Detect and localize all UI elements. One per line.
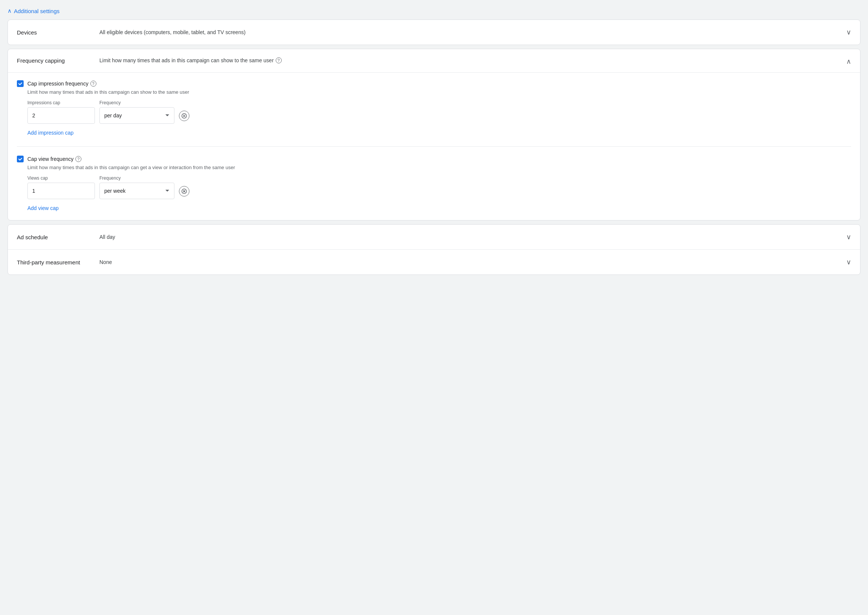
impression-checkbox-label: Cap impression frequency ?: [27, 81, 97, 87]
view-remove-button[interactable]: [179, 186, 189, 197]
ad-schedule-chevron-icon: ∨: [846, 233, 851, 241]
freq-capping-label: Frequency capping: [17, 58, 99, 64]
freq-card-header[interactable]: Frequency capping Limit how many times t…: [8, 49, 860, 73]
view-frequency-field-group: Frequency per day per week per month: [99, 175, 175, 199]
frequency-capping-card: Frequency capping Limit how many times t…: [8, 49, 860, 220]
freq-capping-description: Limit how many times that ads in this ca…: [99, 58, 274, 63]
devices-value: All eligible devices (computers, mobile,…: [99, 29, 846, 35]
additional-settings-toggle[interactable]: ∧ Additional settings: [8, 8, 860, 14]
views-cap-input[interactable]: [27, 183, 95, 199]
view-sub-desc: Limit how many times that ads in this ca…: [27, 165, 851, 170]
add-view-cap-link[interactable]: Add view cap: [27, 205, 59, 211]
impression-remove-button[interactable]: [179, 111, 189, 121]
ad-schedule-label: Ad schedule: [17, 234, 99, 240]
impression-checkbox-row: Cap impression frequency ?: [17, 80, 851, 87]
impression-sub-desc: Limit how many times that ads in this ca…: [27, 89, 851, 95]
ad-schedule-row[interactable]: Ad schedule All day ∨: [8, 225, 860, 250]
impression-checkbox[interactable]: [17, 80, 23, 87]
impression-frequency-select[interactable]: per day per week per month: [99, 107, 175, 124]
ad-schedule-value: All day: [99, 234, 846, 240]
views-cap-label: Views cap: [27, 175, 95, 181]
freq-divider: [17, 146, 851, 147]
view-checkbox-label: Cap view frequency ?: [27, 156, 81, 162]
impressions-cap-label: Impressions cap: [27, 100, 95, 105]
impression-freq-help-icon[interactable]: ?: [91, 81, 97, 87]
third-party-label: Third-party measurement: [17, 259, 99, 265]
devices-chevron-icon: ∨: [846, 28, 851, 36]
impressions-cap-field-group: Impressions cap: [27, 100, 95, 124]
devices-row[interactable]: Devices All eligible devices (computers,…: [8, 20, 860, 45]
third-party-chevron-icon: ∨: [846, 258, 851, 266]
view-frequency-select[interactable]: per day per week per month: [99, 183, 175, 199]
devices-label: Devices: [17, 29, 99, 36]
view-freq-help-icon[interactable]: ?: [75, 156, 81, 162]
third-party-value: None: [99, 259, 846, 265]
impression-frequency-field-group: Frequency per day per week per month: [99, 100, 175, 124]
impressions-cap-input[interactable]: [27, 107, 95, 124]
freq-capping-chevron-icon: ∧: [846, 58, 851, 66]
freq-body: Cap impression frequency ? Limit how man…: [8, 73, 860, 220]
third-party-row[interactable]: Third-party measurement None ∨: [8, 250, 860, 275]
devices-card: Devices All eligible devices (computers,…: [8, 19, 860, 45]
ad-schedule-card: Ad schedule All day ∨ Third-party measur…: [8, 224, 860, 275]
freq-capping-desc-group: Limit how many times that ads in this ca…: [99, 58, 846, 63]
impression-frequency-label: Frequency: [99, 100, 175, 105]
view-frequency-label: Frequency: [99, 175, 175, 181]
chevron-up-icon: ∧: [8, 8, 12, 14]
freq-capping-help-icon[interactable]: ?: [276, 58, 282, 63]
view-checkbox[interactable]: [17, 156, 23, 162]
view-freq-section: Cap view frequency ? Limit how many time…: [17, 156, 851, 211]
impression-freq-section: Cap impression frequency ? Limit how man…: [17, 80, 851, 136]
add-impression-cap-link[interactable]: Add impression cap: [27, 130, 73, 136]
additional-settings-label: Additional settings: [14, 8, 59, 14]
view-checkbox-row: Cap view frequency ?: [17, 156, 851, 162]
impression-fields-row: Impressions cap Frequency per day per we…: [27, 100, 851, 124]
views-cap-field-group: Views cap: [27, 175, 95, 199]
view-fields-row: Views cap Frequency per day per week per…: [27, 175, 851, 199]
